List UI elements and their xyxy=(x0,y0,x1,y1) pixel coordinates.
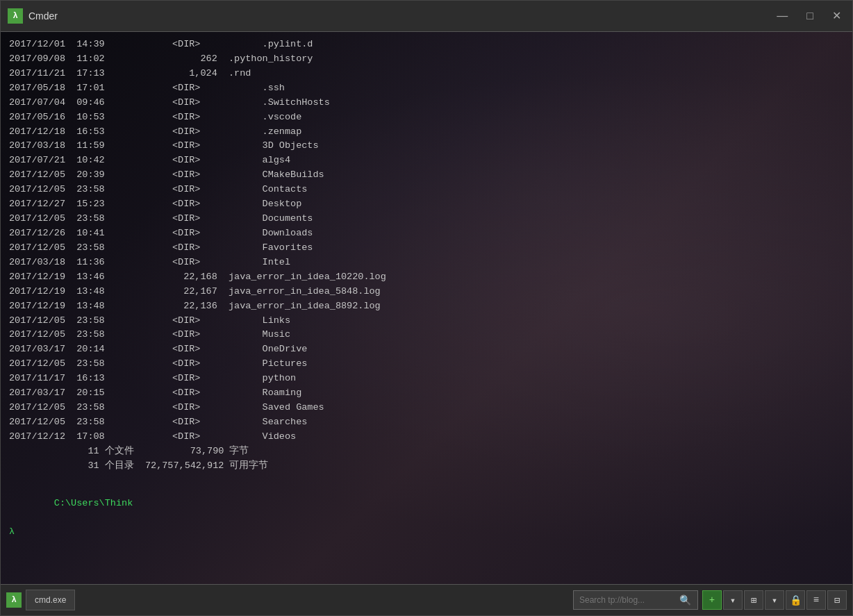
table-row: 2017/12/01 14:39 <DIR> .pylint.d xyxy=(9,38,844,52)
taskbar-icons-group: + ▾ ⊞ ▾ 🔒 ≡ ⊟ xyxy=(702,590,847,610)
table-row: 2017/07/21 10:42 <DIR> algs4 xyxy=(9,153,844,168)
grid-button[interactable]: ⊟ xyxy=(827,590,847,610)
split-view-button[interactable]: ⊞ xyxy=(744,590,763,610)
table-row: 2017/12/12 17:08 <DIR> Videos xyxy=(9,430,844,444)
table-row: 2017/03/18 11:59 <DIR> 3D Objects xyxy=(9,139,844,153)
table-row: 2017/12/05 23:58 <DIR> Pictures xyxy=(9,357,844,372)
titlebar-logo: λ xyxy=(8,8,23,24)
table-row: 2017/07/04 09:46 <DIR> .SwitchHosts xyxy=(9,96,844,110)
titlebar-title: Cmder xyxy=(28,10,772,22)
lock-button[interactable]: 🔒 xyxy=(786,590,805,610)
split-arrow-button[interactable]: ▾ xyxy=(765,590,784,610)
table-row: 2017/12/05 23:58 <DIR> Music xyxy=(9,328,844,342)
maximize-button[interactable]: □ xyxy=(802,9,818,23)
taskbar: λ cmd.exe 🔍 + ▾ ⊞ ▾ 🔒 ≡ ⊟ xyxy=(1,584,852,615)
table-row: 2017/03/17 20:14 <DIR> OneDrive xyxy=(9,342,844,357)
summary-line-2: 31 个目录 72,757,542,912 可用字节 xyxy=(9,459,844,474)
search-box[interactable]: 🔍 xyxy=(573,590,698,610)
close-button[interactable]: ✕ xyxy=(828,9,845,23)
prompt-line: C:\Users\Think xyxy=(9,482,844,526)
table-row: 2017/03/18 11:36 <DIR> Intel xyxy=(9,256,844,270)
table-row: 2017/09/08 11:02 262 .python_history xyxy=(9,52,844,67)
terminal-area[interactable]: 2017/12/01 14:39 <DIR> .pylint.d2017/09/… xyxy=(1,32,852,584)
table-row: 2017/05/16 10:53 <DIR> .vscode xyxy=(9,110,844,125)
table-row: 2017/12/18 16:53 <DIR> .zenmap xyxy=(9,125,844,140)
table-row: 2017/12/27 15:23 <DIR> Desktop xyxy=(9,197,844,212)
titlebar: λ Cmder — □ ✕ xyxy=(1,1,852,32)
taskbar-tab[interactable]: cmd.exe xyxy=(26,590,75,610)
search-input[interactable] xyxy=(579,595,677,605)
table-row: 2017/12/26 10:41 <DIR> Downloads xyxy=(9,226,844,241)
new-tab-button[interactable]: + xyxy=(702,590,722,610)
table-row: 2017/12/05 23:58 <DIR> Contacts xyxy=(9,183,844,197)
taskbar-logo: λ xyxy=(6,592,22,608)
table-row: 2017/12/05 23:58 <DIR> Saved Games xyxy=(9,401,844,415)
table-row: 2017/12/05 23:58 <DIR> Links xyxy=(9,314,844,328)
table-row: 2017/12/19 13:48 22,167 java_error_in_id… xyxy=(9,285,844,299)
table-row: 2017/12/05 23:58 <DIR> Favorites xyxy=(9,241,844,256)
terminal-content: 2017/12/01 14:39 <DIR> .pylint.d2017/09/… xyxy=(1,32,852,545)
table-row: 2017/03/17 20:15 <DIR> Roaming xyxy=(9,386,844,401)
table-row: 2017/12/19 13:48 22,136 java_error_in_id… xyxy=(9,299,844,314)
table-row: 2017/05/18 17:01 <DIR> .ssh xyxy=(9,81,844,96)
dropdown-button[interactable]: ▾ xyxy=(723,590,743,610)
cmder-window: λ Cmder — □ ✕ 2017/12/01 14:39 <DIR> .py… xyxy=(0,0,853,616)
minimize-button[interactable]: — xyxy=(772,9,792,23)
titlebar-controls: — □ ✕ xyxy=(772,9,845,23)
table-row: 2017/12/19 13:46 22,168 java_error_in_id… xyxy=(9,270,844,285)
table-row: 2017/11/21 17:13 1,024 .rnd xyxy=(9,67,844,81)
summary-line-1: 11 个文件 73,790 字节 xyxy=(9,444,844,459)
search-icon[interactable]: 🔍 xyxy=(679,594,691,606)
cursor-line: λ xyxy=(9,525,844,540)
table-row: 2017/12/05 20:39 <DIR> CMakeBuilds xyxy=(9,168,844,183)
table-row: 2017/12/05 23:58 <DIR> Searches xyxy=(9,415,844,430)
table-row: 2017/12/05 23:58 <DIR> Documents xyxy=(9,212,844,226)
settings-button[interactable]: ≡ xyxy=(806,590,826,610)
table-row: 2017/11/17 16:13 <DIR> python xyxy=(9,372,844,386)
